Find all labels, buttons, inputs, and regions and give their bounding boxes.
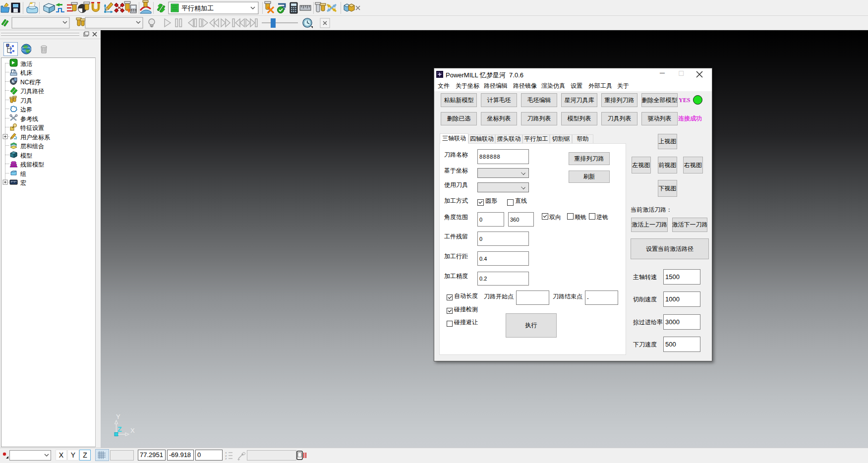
svg-text:X: X [130,427,135,434]
svg-text:平行精加工: 平行精加工 [181,4,214,12]
svg-text:Z: Z [117,425,122,433]
svg-text:z: z [225,457,227,461]
svg-text:Y: Y [116,413,120,420]
